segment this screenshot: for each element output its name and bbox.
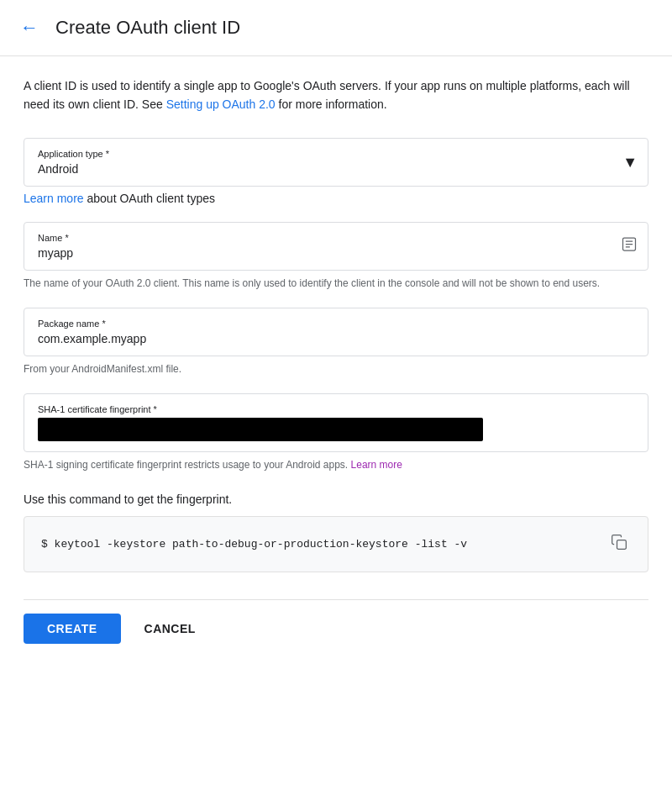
back-arrow-icon: ← <box>20 17 39 39</box>
sha1-label: SHA-1 certificate fingerprint * <box>38 404 634 414</box>
command-section: Use this command to get the fingerprint.… <box>24 493 648 572</box>
application-type-select[interactable]: Android Web application iOS Desktop app … <box>38 162 634 176</box>
sha1-hint: SHA-1 signing certificate fingerprint re… <box>24 457 648 472</box>
application-type-container: Application type * Android Web applicati… <box>24 138 648 187</box>
name-input[interactable] <box>38 246 607 260</box>
package-name-label: Package name * <box>38 319 634 329</box>
package-name-container: Package name * <box>24 308 648 356</box>
application-type-hint: Learn more about OAuth client types <box>24 192 648 205</box>
cancel-button[interactable]: CANCEL <box>128 614 213 644</box>
package-name-input[interactable] <box>38 332 634 345</box>
name-field-group: Name * The name of your OAuth 2.0 client… <box>24 222 648 291</box>
back-button[interactable]: ← <box>17 13 42 42</box>
name-field-container: Name * <box>24 222 648 271</box>
sha1-redacted-value <box>38 418 483 441</box>
command-title: Use this command to get the fingerprint. <box>24 493 648 506</box>
description-after-link: for more information. <box>276 97 387 111</box>
page-title: Create OAuth client ID <box>55 17 240 39</box>
package-name-group: Package name * From your AndroidManifest… <box>24 308 648 377</box>
command-text: $ keytool -keystore path-to-debug-or-pro… <box>41 538 597 551</box>
package-name-hint: From your AndroidManifest.xml file. <box>24 361 648 377</box>
sha1-learn-more-link[interactable]: Learn more <box>351 459 402 471</box>
create-button[interactable]: CREATE <box>24 614 121 644</box>
sha1-input-row <box>38 418 634 441</box>
application-type-group: Application type * Android Web applicati… <box>24 138 648 205</box>
description-text: A client ID is used to identify a single… <box>24 76 648 114</box>
header: ← Create OAuth client ID <box>0 0 672 56</box>
sha1-container: SHA-1 certificate fingerprint * <box>24 393 648 452</box>
oauth-setup-link[interactable]: Setting up OAuth 2.0 <box>166 97 276 111</box>
name-label: Name * <box>38 233 634 243</box>
learn-more-link[interactable]: Learn more <box>24 192 84 205</box>
sha1-group: SHA-1 certificate fingerprint * SHA-1 si… <box>24 393 648 472</box>
learn-more-suffix: about OAuth client types <box>84 192 215 205</box>
sha1-hint-text: SHA-1 signing certificate fingerprint re… <box>24 459 351 471</box>
command-box: $ keytool -keystore path-to-debug-or-pro… <box>24 516 648 572</box>
svg-rect-4 <box>617 540 627 549</box>
name-field-icon <box>621 235 638 256</box>
action-buttons: CREATE CANCEL <box>24 599 648 657</box>
name-field-hint: The name of your OAuth 2.0 client. This … <box>24 276 648 291</box>
copy-button[interactable] <box>607 530 631 558</box>
main-content: A client ID is used to identify a single… <box>0 56 672 677</box>
application-type-label: Application type * <box>38 149 634 159</box>
